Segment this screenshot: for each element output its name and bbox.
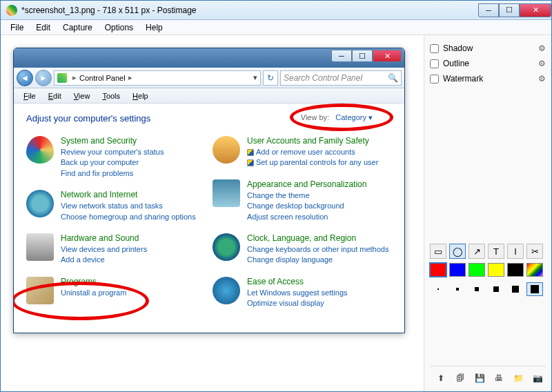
- camera-icon[interactable]: 📷: [529, 371, 546, 386]
- left-column: System and Security Review your computer…: [26, 136, 206, 320]
- cp-item-appearance[interactable]: Appearance and Personalization Change th…: [213, 179, 392, 222]
- right-panel: Shadow⚙ Outline⚙ Watermark⚙ ▭ ◯ ↗ T I ✂: [424, 35, 551, 391]
- size-3[interactable]: [469, 282, 485, 296]
- inner-menu-view[interactable]: View: [68, 90, 96, 101]
- inner-menu-tools[interactable]: Tools: [97, 90, 126, 101]
- option-watermark[interactable]: Watermark⚙: [430, 71, 546, 86]
- menu-edit[interactable]: Edit: [30, 21, 56, 34]
- cp-item-hardware[interactable]: Hardware and Sound View devices and prin…: [26, 233, 206, 266]
- control-panel-body: Adjust your computer's settings View by:…: [14, 104, 404, 333]
- search-input[interactable]: Search Control Panel 🔍: [280, 70, 402, 86]
- cp-item-ease-access[interactable]: Ease of Access Let Windows suggest setti…: [213, 277, 392, 309]
- close-button[interactable]: ✕: [520, 3, 551, 17]
- gear-icon[interactable]: ⚙: [538, 74, 546, 84]
- shadow-checkbox[interactable]: [430, 44, 439, 53]
- tool-ellipse[interactable]: ◯: [449, 244, 466, 259]
- tool-crop[interactable]: ✂: [526, 244, 543, 259]
- users-icon: [213, 136, 240, 164]
- option-outline[interactable]: Outline⚙: [430, 56, 546, 71]
- print-icon[interactable]: 🖶: [491, 371, 507, 386]
- menubar: File Edit Capture Options Help: [1, 20, 551, 35]
- breadcrumb-text: Control Panel: [79, 74, 126, 82]
- menu-file[interactable]: File: [5, 21, 29, 34]
- disc-box-icon: [26, 277, 54, 304]
- search-icon: 🔍: [388, 73, 398, 83]
- cp-item-programs[interactable]: Programs Uninstall a program: [26, 277, 206, 304]
- inner-menu-edit[interactable]: Edit: [43, 90, 67, 101]
- gear-icon[interactable]: ⚙: [538, 59, 546, 68]
- ease-access-icon: [213, 277, 240, 304]
- inner-minimize-button[interactable]: ─: [331, 50, 352, 62]
- address-bar: ◄ ► ▸ Control Panel ▸ ▾ ↻ Search Control…: [14, 68, 404, 88]
- inner-menubar: File Edit View Tools Help: [14, 88, 404, 104]
- view-by: View by: Category ▾: [301, 113, 373, 122]
- upload-icon[interactable]: ⬆: [433, 371, 449, 386]
- color-rainbow[interactable]: [526, 263, 543, 277]
- tool-text[interactable]: T: [488, 244, 504, 259]
- cp-item-user-accounts[interactable]: User Accounts and Family Safety Add or r…: [213, 136, 392, 168]
- clock-globe-icon: [213, 233, 240, 261]
- view-by-dropdown[interactable]: Category ▾: [335, 113, 373, 121]
- menu-help[interactable]: Help: [140, 21, 168, 34]
- menu-capture[interactable]: Capture: [57, 21, 98, 34]
- titlebar[interactable]: *screenshot_13.png - 718 x 511 px - Post…: [1, 1, 551, 20]
- cp-item-system-security[interactable]: System and Security Review your computer…: [26, 136, 206, 179]
- save-icon[interactable]: 💾: [471, 371, 488, 386]
- window-title: *screenshot_13.png - 718 x 511 px - Post…: [21, 6, 478, 15]
- color-row: [430, 263, 546, 277]
- tool-rect[interactable]: ▭: [430, 244, 446, 259]
- control-panel-icon: [57, 73, 67, 83]
- folder-icon[interactable]: 📁: [510, 371, 526, 386]
- option-shadow[interactable]: Shadow⚙: [430, 41, 546, 56]
- color-red[interactable]: [430, 263, 446, 277]
- size-4[interactable]: [488, 282, 504, 296]
- color-yellow[interactable]: [488, 263, 504, 277]
- inner-titlebar: ─ ☐ ✕: [14, 48, 404, 68]
- size-6[interactable]: [526, 282, 543, 296]
- cp-item-clock-lang[interactable]: Clock, Language, and Region Change keybo…: [213, 233, 392, 266]
- right-column: User Accounts and Family Safety Add or r…: [213, 136, 392, 320]
- tool-caret[interactable]: I: [507, 244, 524, 259]
- inner-maximize-button[interactable]: ☐: [352, 50, 373, 62]
- refresh-button[interactable]: ↻: [263, 70, 278, 86]
- inner-menu-help[interactable]: Help: [127, 90, 154, 101]
- cp-item-network[interactable]: Network and Internet View network status…: [26, 190, 206, 222]
- watermark-checkbox[interactable]: [430, 75, 439, 84]
- back-button[interactable]: ◄: [17, 70, 33, 86]
- printer-icon: [26, 233, 54, 261]
- minimize-button[interactable]: ─: [478, 3, 499, 17]
- maximize-button[interactable]: ☐: [499, 3, 520, 17]
- tool-arrow[interactable]: ↗: [469, 244, 485, 259]
- tool-grid: ▭ ◯ ↗ T I ✂: [430, 244, 546, 259]
- monitor-icon: [213, 179, 240, 207]
- breadcrumb[interactable]: ▸ Control Panel ▸ ▾: [54, 70, 261, 86]
- app-icon: [6, 5, 17, 16]
- size-2[interactable]: [449, 282, 466, 296]
- uac-shield-icon: [247, 149, 254, 156]
- color-black[interactable]: [507, 263, 524, 277]
- copy-icon[interactable]: 🗐: [452, 371, 469, 386]
- color-green[interactable]: [469, 263, 485, 277]
- size-1[interactable]: [430, 282, 446, 296]
- forward-button[interactable]: ►: [35, 70, 52, 86]
- inner-close-button[interactable]: ✕: [373, 50, 402, 62]
- menu-options[interactable]: Options: [99, 21, 139, 34]
- size-row: [430, 282, 546, 296]
- inner-menu-file[interactable]: File: [18, 90, 41, 101]
- size-5[interactable]: [507, 282, 524, 296]
- outline-checkbox[interactable]: [430, 59, 439, 68]
- postimage-window: *screenshot_13.png - 718 x 511 px - Post…: [0, 0, 552, 392]
- control-panel-window: ─ ☐ ✕ ◄ ► ▸ Control Panel ▸ ▾ ↻: [13, 48, 405, 333]
- gear-icon[interactable]: ⚙: [538, 43, 546, 53]
- canvas[interactable]: ─ ☐ ✕ ◄ ► ▸ Control Panel ▸ ▾ ↻: [1, 35, 424, 391]
- globe-icon: [26, 190, 54, 217]
- color-blue[interactable]: [449, 263, 466, 277]
- shield-icon: [26, 136, 54, 164]
- bottom-toolbar: ⬆ 🗐 💾 🖶 📁 📷: [430, 366, 546, 386]
- uac-shield-icon: [247, 159, 254, 166]
